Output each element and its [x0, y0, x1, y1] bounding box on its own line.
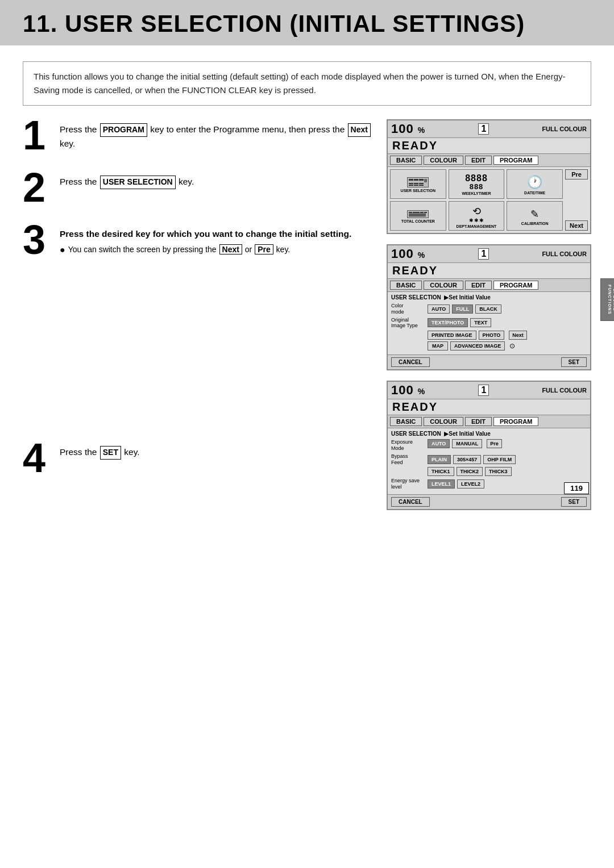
- thick2-btn[interactable]: THICK2: [457, 467, 483, 476]
- icon-weeklytimer: 8888 888 WEEKLYTIMER: [449, 169, 505, 199]
- step-4: 4 Press the SET key.: [23, 442, 375, 478]
- screen-3-num: 1: [478, 385, 489, 396]
- cancel-btn-3[interactable]: CANCEL: [391, 497, 430, 507]
- color-mode-label: Colormode: [391, 303, 425, 315]
- screen-1-label: FULL COLOUR: [542, 126, 587, 132]
- tab-edit-1: EDIT: [465, 156, 492, 165]
- level1-btn[interactable]: LEVEL1: [428, 479, 455, 489]
- set-btn-3[interactable]: SET: [561, 497, 587, 507]
- step-1-content: Press the PROGRAM key to enter the Progr…: [60, 119, 375, 151]
- set-key: SET: [100, 446, 121, 460]
- screen-3-tabs: BASIC COLOUR EDIT PROGRAM: [388, 415, 590, 428]
- tab-colour-1: COLOUR: [424, 156, 463, 165]
- tab-program-3: PROGRAM: [493, 417, 538, 426]
- screen-1-tabs: BASIC COLOUR EDIT PROGRAM: [388, 154, 590, 167]
- map-btn[interactable]: MAP: [428, 341, 448, 350]
- step-3: 3 Press the desired key for which you wa…: [23, 224, 375, 260]
- right-column: 100 % 1 FULL COLOUR READY BASIC COLOUR E…: [387, 119, 597, 510]
- screen-1-header: 100 % 1 FULL COLOUR: [388, 120, 590, 138]
- icon-label-user-selection: USER SELECTION: [401, 189, 435, 193]
- screen-1-icons: USER SELECTION 8888 888 WEEKLYTIMER 🕐 DA…: [388, 167, 590, 233]
- page-number: 119: [564, 482, 589, 494]
- next-btn-2[interactable]: Next: [509, 331, 527, 340]
- next-key-1: Next: [348, 123, 371, 137]
- screen-3-header: 100 % 1 FULL COLOUR: [388, 382, 590, 399]
- icon-calibration: ✎ CALIBRATION: [507, 201, 563, 231]
- image-type-row-1: OriginalImage Type TEXT/PHOTO TEXT: [391, 317, 587, 329]
- ohpfilm-btn[interactable]: OHP FILM: [483, 455, 516, 464]
- icon-totalcounter: TOTAL COUNTER: [390, 201, 446, 231]
- step-2-text: Press the USER SELECTION key.: [60, 175, 375, 189]
- icon-label-totalcounter: TOTAL COUNTER: [401, 219, 435, 223]
- pre-btn-3[interactable]: Pre: [487, 439, 502, 448]
- textphoto-btn[interactable]: TEXT/PHOTO: [428, 318, 468, 327]
- tab-colour-3: COLOUR: [424, 417, 463, 426]
- tab-basic-3: BASIC: [390, 417, 422, 426]
- icon-label-datetime: DATE/TIME: [524, 191, 545, 195]
- exposure-auto-btn[interactable]: AUTO: [428, 439, 450, 448]
- exposure-label: ExposureMode: [391, 439, 425, 452]
- thick3-btn[interactable]: THICK3: [485, 467, 512, 476]
- screen-1-percent: 100 %: [391, 122, 425, 136]
- screen-3-body: USER SELECTION ▶Set Initial Value Exposu…: [388, 428, 590, 494]
- step-3-bullet-text: You can switch the screen by pressing th…: [68, 244, 291, 254]
- screen-3-footer: CANCEL SET: [388, 494, 590, 509]
- step-3-number: 3: [23, 219, 54, 260]
- auto-btn[interactable]: AUTO: [428, 304, 450, 314]
- tab-basic-2: BASIC: [390, 281, 422, 290]
- icon-deptmanagement: ⟲ ✱✱✱ DEPT.MANAGEMENT: [449, 201, 505, 231]
- screen-2-tabs: BASIC COLOUR EDIT PROGRAM: [388, 279, 590, 292]
- manual-btn[interactable]: MANUAL: [452, 439, 482, 448]
- page-title: 11. USER SELECTION (INITIAL SETTINGS): [23, 10, 591, 37]
- screen-2-label: FULL COLOUR: [542, 251, 587, 257]
- step-2-number: 2: [23, 167, 54, 208]
- icon-datetime: 🕐 DATE/TIME: [507, 169, 563, 199]
- tab-program-2: PROGRAM: [493, 281, 538, 290]
- screen-3-title: USER SELECTION ▶Set Initial Value: [391, 431, 587, 437]
- thick1-btn[interactable]: THICK1: [428, 467, 454, 476]
- screen-1-num: 1: [478, 123, 489, 135]
- next-key-2: Next: [219, 244, 242, 254]
- left-column: 1 Press the PROGRAM key to enter the Pro…: [23, 119, 375, 510]
- screen-2-title: USER SELECTION ▶Set Initial Value: [391, 294, 587, 301]
- 305x457-btn[interactable]: 305×457: [453, 455, 481, 464]
- image-type-row-3: MAP ADVANCED IMAGE ⊙: [391, 341, 587, 350]
- screen-2-wrapper: 100 % 1 FULL COLOUR READY BASIC COLOUR E…: [387, 244, 597, 370]
- step-1-number: 1: [23, 115, 54, 156]
- printedimage-btn[interactable]: PRINTED IMAGE: [428, 331, 476, 340]
- content-area: 1 Press the PROGRAM key to enter the Pro…: [0, 119, 614, 510]
- user-selection-key: USER SELECTION: [100, 176, 176, 189]
- screen-3: 100 % 1 FULL COLOUR READY BASIC COLOUR E…: [387, 381, 591, 510]
- energysave-label: Energy savelevel: [391, 478, 425, 490]
- screen-3-ready: READY: [388, 399, 590, 415]
- screen-2: 100 % 1 FULL COLOUR READY BASIC COLOUR E…: [387, 244, 591, 370]
- color-mode-row: Colormode AUTO FULL BLACK: [391, 303, 587, 315]
- icon-label-deptmanagement: DEPT.MANAGEMENT: [457, 224, 497, 228]
- step-3-content: Press the desired key for which you want…: [60, 224, 375, 255]
- cancel-btn-2[interactable]: CANCEL: [391, 357, 430, 367]
- exposure-row: ExposureMode AUTO MANUAL Pre: [391, 439, 587, 452]
- set-btn-2[interactable]: SET: [561, 357, 587, 367]
- step-3-text: Press the desired key for which you want…: [60, 227, 375, 241]
- bypass-label: BypassFeed: [391, 453, 425, 466]
- step-4-content: Press the SET key.: [60, 442, 375, 460]
- next-btn-1[interactable]: Next: [565, 220, 588, 231]
- text-btn[interactable]: TEXT: [470, 318, 491, 327]
- pre-btn-1[interactable]: Pre: [565, 169, 588, 180]
- step-1-text: Press the PROGRAM key to enter the Progr…: [60, 123, 375, 151]
- step-1: 1 Press the PROGRAM key to enter the Pro…: [23, 119, 375, 156]
- program-key: PROGRAM: [100, 123, 147, 137]
- plain-btn[interactable]: PLAIN: [428, 455, 451, 464]
- step-2: 2 Press the USER SELECTION key.: [23, 172, 375, 208]
- black-btn[interactable]: BLACK: [475, 304, 501, 314]
- screen-1-ready: READY: [388, 138, 590, 154]
- photo-btn[interactable]: PHOTO: [479, 331, 505, 340]
- energysave-row: Energy savelevel LEVEL1 LEVEL2: [391, 478, 587, 490]
- intro-box: This function allows you to change the i…: [23, 61, 591, 106]
- level2-btn[interactable]: LEVEL2: [457, 479, 484, 489]
- bypass-row-1: BypassFeed PLAIN 305×457 OHP FILM: [391, 453, 587, 466]
- image-type-row-2: PRINTED IMAGE PHOTO Next: [391, 331, 587, 340]
- pre-key: Pre: [255, 244, 273, 254]
- advancedimage-btn[interactable]: ADVANCED IMAGE: [450, 341, 505, 350]
- full-btn[interactable]: FULL: [452, 304, 473, 314]
